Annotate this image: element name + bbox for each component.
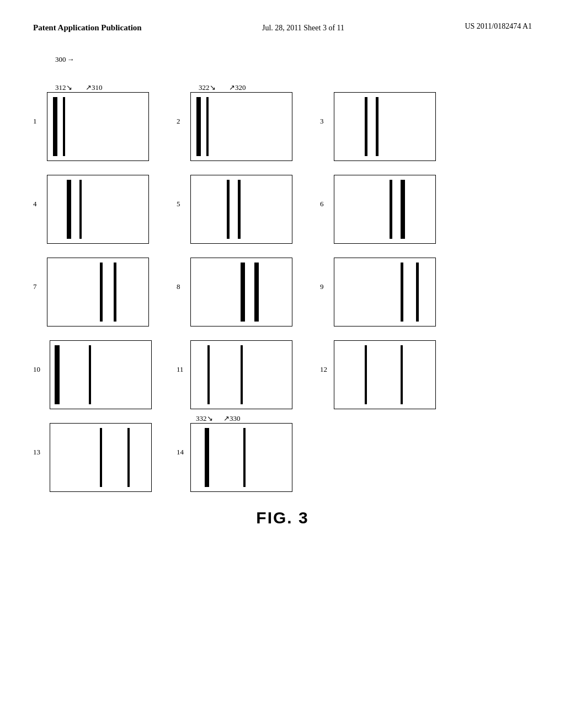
bar-1b xyxy=(63,97,65,156)
bar-11a xyxy=(207,345,210,404)
diagram-12: 12 xyxy=(320,340,441,409)
bar-13a xyxy=(100,428,102,487)
cell-number-4: 4 xyxy=(33,200,37,208)
bar-5b xyxy=(238,180,241,239)
sheet-info: Jul. 28, 2011 Sheet 3 of 11 xyxy=(262,22,344,34)
patent-number: US 2011/0182474 A1 xyxy=(465,22,532,31)
diagram-6: 6 xyxy=(320,175,441,244)
cell-number-7: 7 xyxy=(33,282,37,291)
diagram-9: 9 xyxy=(320,258,441,326)
diagram-8: 8 xyxy=(177,258,298,326)
outer-rect-4 xyxy=(47,175,149,244)
bar-14a xyxy=(205,428,209,487)
cell-number-6: 6 xyxy=(320,200,324,208)
label-300: 300→ xyxy=(55,55,74,64)
figure-caption: FIG. 3 xyxy=(33,508,532,527)
cell-number-3: 3 xyxy=(320,117,324,126)
main-content: 300→ 312↘ ↗310 1 322↘ ↗320 2 xyxy=(0,40,565,538)
cell-number-14: 14 xyxy=(177,448,184,457)
outer-rect-9 xyxy=(334,258,436,326)
publication-title: Patent Application Publication xyxy=(33,22,142,34)
outer-rect-13 xyxy=(50,423,152,492)
outer-rect-14 xyxy=(190,423,292,492)
annot-310: ↗310 xyxy=(86,83,103,92)
bar-9a xyxy=(401,263,403,322)
diagram-1: 312↘ ↗310 1 xyxy=(33,92,154,161)
page-header: Patent Application Publication Jul. 28, … xyxy=(0,0,565,34)
outer-rect-6 xyxy=(334,175,436,244)
diagram-11: 11 xyxy=(177,340,298,409)
annot-332: 332↘ xyxy=(196,414,213,423)
bar-14b xyxy=(243,428,246,487)
diagram-5: 5 xyxy=(177,175,298,244)
outer-rect-11 xyxy=(190,340,292,409)
bar-10a xyxy=(55,345,60,404)
bar-4b xyxy=(79,180,82,239)
bar-9b xyxy=(416,263,419,322)
diagram-3: 3 xyxy=(320,92,441,161)
diagram-grid: 312↘ ↗310 1 322↘ ↗320 2 xyxy=(33,92,532,492)
bar-2b xyxy=(206,97,209,156)
bar-10b xyxy=(89,345,91,404)
cell-number-5: 5 xyxy=(177,200,180,208)
annot-320: ↗320 xyxy=(229,83,246,92)
outer-rect-3 xyxy=(334,92,436,161)
bar-8b xyxy=(254,263,259,322)
outer-rect-12 xyxy=(334,340,436,409)
bar-8a xyxy=(241,263,245,322)
outer-rect-5 xyxy=(190,175,292,244)
bar-13b xyxy=(127,428,130,487)
diagram-4: 4 xyxy=(33,175,154,244)
diagram-2: 322↘ ↗320 2 xyxy=(177,92,298,161)
bar-2a xyxy=(196,97,201,156)
cell-number-10: 10 xyxy=(33,365,40,374)
cell-number-8: 8 xyxy=(177,282,180,291)
bar-12b xyxy=(401,345,403,404)
bar-6a xyxy=(390,180,392,239)
bar-6b xyxy=(401,180,405,239)
outer-rect-8 xyxy=(190,258,292,326)
bar-3a xyxy=(365,97,367,156)
bar-1a xyxy=(53,97,57,156)
cell-number-12: 12 xyxy=(320,365,327,374)
bar-3b xyxy=(376,97,379,156)
cell-number-2: 2 xyxy=(177,117,180,126)
diagram-10: 10 xyxy=(33,340,154,409)
bar-5a xyxy=(227,180,230,239)
cell-number-9: 9 xyxy=(320,282,324,291)
outer-rect-1 xyxy=(47,92,149,161)
diagram-7: 7 xyxy=(33,258,154,326)
annot-322: 322↘ xyxy=(199,83,216,92)
outer-rect-2 xyxy=(190,92,292,161)
bar-7a xyxy=(100,263,103,322)
cell-number-11: 11 xyxy=(177,365,184,374)
diagram-13: 13 xyxy=(33,423,154,492)
bar-12a xyxy=(365,345,367,404)
cell-number-13: 13 xyxy=(33,448,40,457)
bar-4a xyxy=(67,180,71,239)
bar-7b xyxy=(114,263,116,322)
outer-rect-7 xyxy=(47,258,149,326)
outer-rect-10 xyxy=(50,340,152,409)
annot-330: ↗330 xyxy=(223,414,241,423)
diagram-14: 332↘ ↗330 14 xyxy=(177,423,298,492)
annot-312: 312↘ xyxy=(55,83,72,92)
bar-11b xyxy=(241,345,243,404)
cell-number-1: 1 xyxy=(33,117,37,126)
